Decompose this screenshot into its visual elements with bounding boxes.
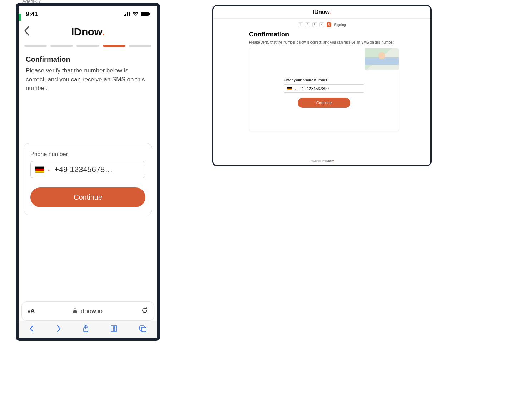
phone-field-label: Phone number bbox=[30, 151, 145, 158]
wifi-icon bbox=[132, 11, 139, 18]
step-2[interactable]: 2 bbox=[305, 22, 310, 27]
desktop-page-subtext: Please verify that the number below is c… bbox=[249, 40, 395, 44]
desktop-phone-value: +49 1234567890 bbox=[299, 86, 329, 91]
chevron-down-icon[interactable]: ⌄ bbox=[294, 87, 297, 90]
desktop-phone-card: Enter your phone number ⌄ +49 1234567890… bbox=[249, 48, 399, 131]
step-3[interactable]: 3 bbox=[312, 22, 317, 27]
desktop-phone-input[interactable]: ⌄ +49 1234567890 bbox=[284, 84, 364, 93]
status-time: 9:41 bbox=[26, 11, 38, 18]
desktop-window: IDnow. 1 2 3 4 5 Signing Confirmation Pl… bbox=[212, 5, 432, 166]
tabs-icon[interactable] bbox=[139, 325, 147, 334]
step-5-active[interactable]: 5 bbox=[327, 22, 332, 27]
nav-forward-icon[interactable] bbox=[56, 325, 61, 334]
progress-step-2 bbox=[50, 45, 73, 47]
mobile-header: IDnow. bbox=[19, 20, 157, 41]
progress-step-4 bbox=[103, 45, 125, 47]
progress-step-5 bbox=[129, 45, 151, 47]
status-bar: 9:41 bbox=[19, 6, 157, 20]
text-size-control[interactable]: AA bbox=[28, 308, 34, 315]
phone-card: Phone number ⌄ +49 12345678… Continue bbox=[24, 143, 152, 215]
progress-step-3 bbox=[76, 45, 99, 47]
svg-rect-0 bbox=[124, 15, 125, 16]
lock-icon bbox=[73, 308, 77, 315]
safari-address-bar: AA idnow.io bbox=[21, 301, 154, 321]
svg-rect-3 bbox=[129, 12, 130, 16]
active-step-label: Signing bbox=[334, 23, 346, 27]
desktop-continue-button[interactable]: Continue bbox=[298, 98, 350, 108]
progress-step-1 bbox=[24, 45, 47, 47]
page-title: Confirmation bbox=[26, 55, 150, 64]
svg-rect-9 bbox=[141, 327, 146, 332]
flag-de-icon bbox=[35, 166, 44, 173]
step-1[interactable]: 1 bbox=[298, 22, 303, 27]
desktop-content: Confirmation Please verify that the numb… bbox=[213, 27, 430, 131]
flag-de-icon bbox=[287, 87, 292, 90]
continue-button[interactable]: Continue bbox=[30, 188, 145, 207]
desktop-page-title: Confirmation bbox=[249, 31, 395, 38]
mobile-device-frame: 9:41 IDnow. Confirmation Please ve bbox=[16, 3, 160, 341]
battery-icon bbox=[141, 11, 150, 18]
mobile-content: Confirmation Please verify that the numb… bbox=[19, 52, 157, 93]
progress-bar bbox=[19, 41, 157, 52]
svg-rect-4 bbox=[141, 12, 149, 16]
phone-input[interactable]: ⌄ +49 12345678… bbox=[30, 161, 145, 178]
bookmarks-icon[interactable] bbox=[110, 325, 118, 334]
stepper: 1 2 3 4 5 Signing bbox=[213, 19, 430, 27]
page-subtext: Please verify that the number below is c… bbox=[26, 66, 150, 93]
svg-rect-1 bbox=[125, 14, 126, 16]
svg-rect-2 bbox=[127, 12, 128, 16]
cellular-icon bbox=[124, 11, 130, 18]
url-display[interactable]: idnow.io bbox=[38, 308, 138, 315]
brand-logo: IDnow. bbox=[24, 26, 152, 38]
agent-video-thumbnail bbox=[365, 48, 399, 70]
reload-icon[interactable] bbox=[141, 307, 148, 316]
svg-rect-5 bbox=[149, 13, 150, 15]
desktop-brand: IDnow. bbox=[213, 6, 430, 19]
chevron-down-icon[interactable]: ⌄ bbox=[47, 167, 51, 172]
svg-rect-6 bbox=[73, 310, 77, 313]
phone-input-value: +49 12345678… bbox=[54, 165, 141, 174]
desktop-phone-label: Enter your phone number bbox=[284, 78, 327, 82]
mobile-green-accent bbox=[18, 14, 21, 21]
step-4[interactable]: 4 bbox=[319, 22, 324, 27]
powered-by: Powered by IDnow. bbox=[213, 156, 430, 165]
safari-toolbar bbox=[19, 321, 157, 338]
share-icon[interactable] bbox=[82, 325, 89, 335]
nav-back-icon[interactable] bbox=[29, 325, 35, 334]
